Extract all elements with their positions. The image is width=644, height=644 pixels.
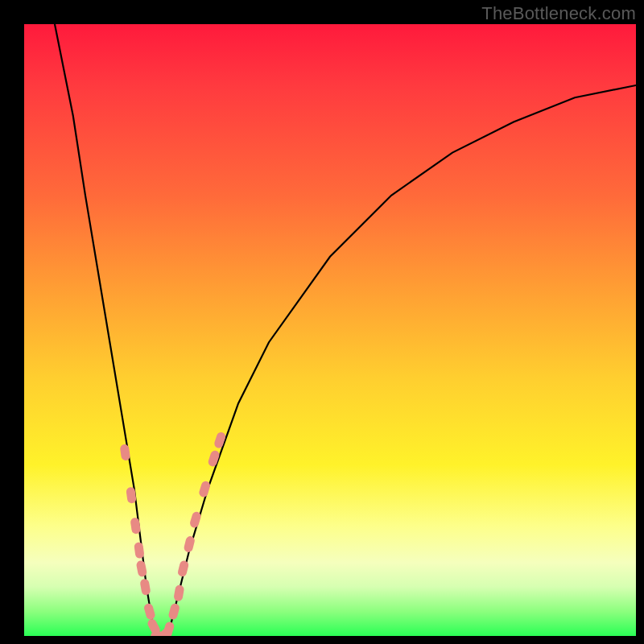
curve-marker: [130, 517, 141, 534]
curve-marker: [177, 559, 190, 577]
curve-marker: [173, 584, 184, 602]
curve-marker: [143, 602, 156, 620]
plot-area: [24, 24, 636, 636]
watermark-text: TheBottleneck.com: [481, 3, 636, 24]
curve-marker: [139, 578, 151, 596]
marker-group: [120, 431, 227, 636]
curve-marker: [183, 535, 196, 553]
curve-marker: [136, 560, 148, 578]
curve-marker: [167, 603, 180, 621]
chart-frame: TheBottleneck.com: [0, 0, 644, 644]
curve-layer: [24, 24, 636, 636]
curve-marker: [120, 444, 131, 460]
curve-marker: [134, 542, 145, 559]
curve-marker: [162, 621, 175, 636]
